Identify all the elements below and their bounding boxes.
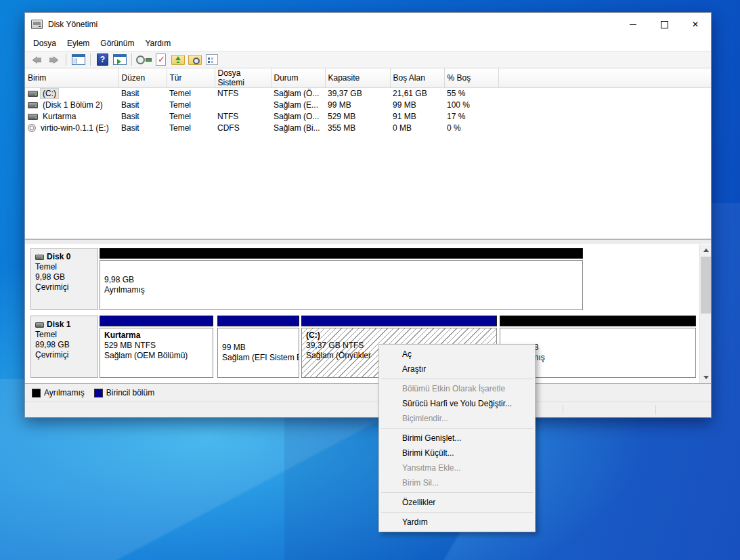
help-icon[interactable] <box>95 53 110 67</box>
volume-row-virtio-win-011-(e:)[interactable]: virtio-win-0.1.1 (E:)BasitTemelCDFSSağla… <box>25 123 711 134</box>
context-menu-separator <box>381 492 533 493</box>
context-menu-item-biçimlendir: Biçimlendir... <box>380 411 534 426</box>
back-icon[interactable] <box>29 53 45 67</box>
volume-cell-filler <box>498 123 711 134</box>
checklist-icon[interactable] <box>204 53 219 67</box>
volume-label: (C:) <box>41 89 58 98</box>
volume-cell: NTFS <box>215 111 271 123</box>
unallocated-strip <box>100 248 583 259</box>
column-header-kapasite[interactable]: Kapasite <box>325 68 390 88</box>
folder-search-icon[interactable] <box>187 53 202 67</box>
device-search-icon[interactable] <box>136 53 152 67</box>
disk-info-line: Temel <box>35 330 93 340</box>
column-header-birim[interactable]: Birim <box>25 68 118 88</box>
volume-cell: Sağlam (O... <box>271 111 325 123</box>
legend-swatch <box>94 389 103 397</box>
window-title: Disk Yönetimi <box>48 20 97 29</box>
context-menu-item-araştır[interactable]: Araştır <box>380 362 534 376</box>
action-pane-icon[interactable] <box>112 53 127 67</box>
context-menu-item-aç[interactable]: Aç <box>380 347 534 362</box>
disk-label-disk-0[interactable]: Disk 0Temel9,98 GBÇevrimiçi <box>30 248 98 310</box>
disk-label-disk-1[interactable]: Disk 1Temel89,98 GBÇevrimiçi <box>30 316 98 378</box>
volume-label: virtio-win-0.1.1 (E:) <box>39 123 111 133</box>
volume-cell-filler <box>498 88 711 100</box>
volume-cell: 91 MB <box>390 111 444 123</box>
partition-body: Kurtarma529 MB NTFSSağlam (OEM Bölümü) <box>100 328 213 378</box>
context-menu-item-birimi-genişlet[interactable]: Birimi Genişlet... <box>380 431 534 446</box>
partition-text-line: Sağlam (OEM Bölümü) <box>104 351 209 361</box>
minimize-button[interactable] <box>617 13 649 36</box>
partition-kurtarma[interactable]: Kurtarma529 MB NTFSSağlam (OEM Bölümü) <box>100 316 213 378</box>
status-divider <box>655 405 656 414</box>
column-header-dosya-sistemi[interactable]: Dosya Sistemi <box>215 68 271 88</box>
disk-icon <box>35 322 44 328</box>
column-header-tür[interactable]: Tür <box>167 68 215 88</box>
volume-cell: 55 % <box>444 88 498 100</box>
toolbar-separator <box>90 53 91 66</box>
volume-cell: Basit <box>118 100 167 111</box>
primary-strip <box>217 316 299 326</box>
column-header-düzen[interactable]: Düzen <box>118 68 167 88</box>
volume-name-cell: Kurtarma <box>25 111 118 123</box>
context-menu-separator <box>381 512 533 513</box>
toolbar-separator <box>131 53 132 66</box>
volume-row-kurtarma[interactable]: KurtarmaBasitTemelNTFSSağlam (O...529 MB… <box>25 111 711 123</box>
partition-9,98-gb[interactable]: 9,98 GBAyrılmamış <box>100 248 583 310</box>
volume-cell: Temel <box>167 123 215 134</box>
console-tree-icon[interactable] <box>70 53 86 67</box>
column-header-filler <box>498 68 711 88</box>
context-menu-item-yardım[interactable]: Yardım <box>380 515 534 530</box>
volume-row-(c:)[interactable]: (C:)BasitTemelNTFSSağlam (Ö...39,37 GB21… <box>25 88 711 100</box>
volume-cell-filler <box>498 111 711 123</box>
context-menu-item-sürücü-harfi-ve-yolu-değiştir[interactable]: Sürücü Harfi ve Yolu Değiştir... <box>380 396 534 411</box>
volume-cell: NTFS <box>215 88 271 100</box>
pane-splitter[interactable] <box>25 239 711 244</box>
drive-icon <box>28 102 38 108</box>
partition-body: 9,98 GBAyrılmamış <box>100 260 583 310</box>
volume-cell: 529 MB <box>325 111 390 123</box>
disk-info-line: 9,98 GB <box>35 272 93 282</box>
volume-cell: Sağlam (Bi... <box>271 123 325 134</box>
menu-eylem[interactable]: Eylem <box>62 37 95 49</box>
context-menu-separator <box>381 428 533 429</box>
disk-name: Disk 0 <box>47 252 70 262</box>
disk-info-line: Temel <box>35 262 93 272</box>
volume-list-body: (C:)BasitTemelNTFSSağlam (Ö...39,37 GB21… <box>25 88 711 134</box>
primary-strip <box>100 316 213 326</box>
disk-info-line: 89,98 GB <box>35 340 93 350</box>
menu-dosya[interactable]: Dosya <box>28 37 62 49</box>
volume-cell: Temel <box>167 88 215 100</box>
volume-list-header: BirimDüzenTürDosya SistemiDurumKapasiteB… <box>25 68 711 88</box>
disk-info-line: Çevrimiçi <box>35 282 93 293</box>
volume-context-menu: AçAraştırBölümü Etkin Olarak İşaretleSür… <box>378 344 536 532</box>
context-menu-item-birimi-küçült[interactable]: Birimi Küçült... <box>380 446 534 460</box>
menu-yardım[interactable]: Yardım <box>139 37 176 49</box>
partition-text-line: Kurtarma <box>104 330 209 341</box>
partition-text-line: Ayrılmamış <box>104 285 578 295</box>
column-header-durum[interactable]: Durum <box>271 68 325 88</box>
toolbar <box>25 51 711 68</box>
folder-up-icon[interactable] <box>170 53 186 67</box>
check-document-icon[interactable] <box>153 53 169 67</box>
menu-görünüm[interactable]: Görünüm <box>95 37 139 49</box>
context-menu-item-yansıtma-ekle: Yansıtma Ekle... <box>380 460 534 475</box>
volume-cell: 355 MB <box>325 123 390 134</box>
forward-icon[interactable] <box>46 53 62 67</box>
volume-cell: Basit <box>118 88 167 100</box>
volume-name-cell: virtio-win-0.1.1 (E:) <box>25 123 118 134</box>
column-header-pct-boş[interactable]: % Boş <box>444 68 498 88</box>
partition-text-line: 9,98 GB <box>104 275 578 285</box>
context-menu-item-özellikler[interactable]: Özellikler <box>380 495 534 510</box>
maximize-button[interactable] <box>649 13 680 36</box>
context-menu-item-bölümü-etkin-olarak-i̇şaretle: Bölümü Etkin Olarak İşaretle <box>380 381 534 396</box>
partition-99-mb[interactable]: 99 MBSağlam (EFI Sistem B <box>217 316 299 378</box>
volume-cell: 99 MB <box>325 100 390 111</box>
menu-bar: DosyaEylemGörünümYardım <box>25 36 711 51</box>
unallocated-strip <box>500 316 696 326</box>
disk-info-line: Çevrimiçi <box>35 350 93 360</box>
volume-cell: Temel <box>167 100 215 111</box>
close-button[interactable] <box>680 13 711 36</box>
volume-cell: Sağlam (E... <box>271 100 325 111</box>
column-header-boş-alan[interactable]: Boş Alan <box>390 68 444 88</box>
volume-row-(disk-1-bölüm-2)[interactable]: (Disk 1 Bölüm 2)BasitTemelSağlam (E...99… <box>25 100 711 111</box>
